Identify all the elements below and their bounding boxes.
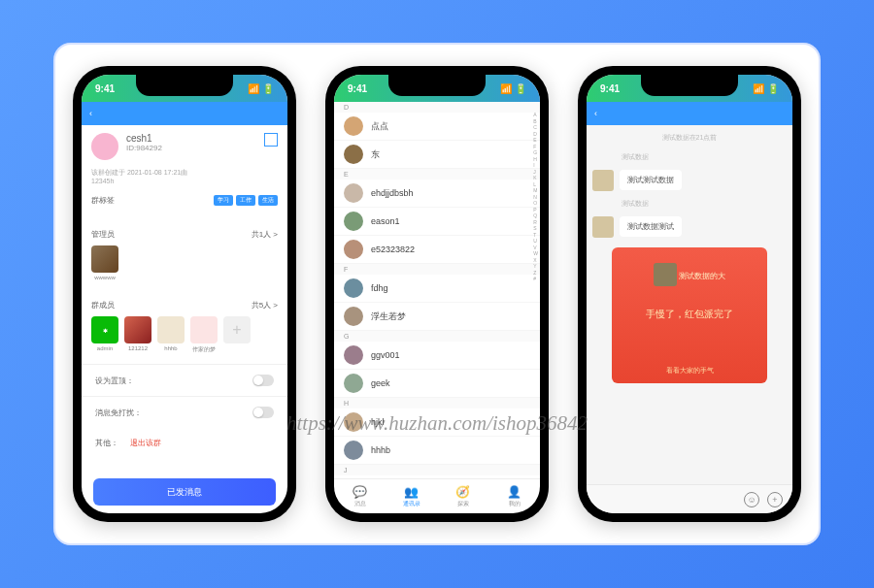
contact-row[interactable]: fdhg [334, 275, 540, 303]
contact-avatar [344, 212, 363, 231]
contact-name: hhhb [371, 445, 390, 455]
contact-name: geek [371, 378, 390, 388]
back-icon[interactable]: ‹ [594, 109, 597, 118]
qrcode-icon[interactable] [264, 133, 278, 147]
status-time: 9:41 [95, 83, 115, 94]
group-name: cesh1 [126, 133, 256, 144]
admin-label: 管理员 [91, 229, 115, 240]
exit-group-button[interactable]: 退出该群 [130, 439, 161, 447]
screen-3: 9:41 📶 🔋 ‹ 测试数据在21点前 测试数据 测试测试数据 测试数据 测试… [587, 75, 792, 513]
emoji-icon[interactable]: ☺ [744, 492, 759, 507]
tag[interactable]: 学习 [214, 195, 233, 206]
member[interactable]: ✱admin [91, 316, 118, 354]
contact-avatar [344, 412, 363, 432]
chat-icon: 💬 [353, 485, 367, 499]
contact-avatar [344, 116, 363, 136]
contact-avatar [344, 183, 363, 203]
index-header: J [334, 465, 540, 475]
phone-3: 9:41 📶 🔋 ‹ 测试数据在21点前 测试数据 测试测试数据 测试数据 测试… [578, 66, 801, 522]
contacts-list[interactable]: D点点东Eehdjjdbsbheason1e52323822Ffdhg浮生若梦G… [334, 102, 540, 478]
tab-me[interactable]: 👤我的 [488, 479, 540, 513]
contact-avatar [344, 145, 363, 164]
redpacket-avatar [654, 263, 677, 286]
mute-row[interactable]: 消息免打扰： [82, 396, 287, 428]
red-packet[interactable]: 测试数据的大 手慢了，红包派完了 看看大家的手气 [612, 247, 767, 383]
message-bubble[interactable]: 测试数据测试 [620, 216, 682, 237]
user-icon: 👤 [507, 485, 521, 499]
contact-avatar [344, 307, 363, 326]
index-header: D [334, 102, 540, 113]
chat-message: 测试数据测试 [592, 216, 787, 238]
member[interactable]: 作家的梦 [190, 316, 218, 354]
group-desc: 该群创建于 2021-01-08 17:21由 [82, 168, 287, 177]
index-header: E [334, 169, 540, 180]
group-tags: 学习 工作 生活 [214, 195, 278, 206]
group-id: ID:984292 [126, 144, 256, 152]
add-member-button[interactable]: + [223, 316, 251, 354]
message-bubble[interactable]: 测试测试数据 [620, 170, 682, 190]
plus-icon[interactable]: + [767, 492, 783, 507]
chat-message: 测试测试数据 [592, 170, 787, 191]
index-header: H [334, 398, 540, 408]
contact-avatar [344, 345, 363, 365]
contact-row[interactable]: ggv001 [334, 342, 540, 370]
statusbar: 9:41 📶 🔋 [587, 75, 792, 102]
contact-row[interactable]: geek [334, 370, 540, 398]
redpacket-footer[interactable]: 看看大家的手气 [622, 360, 757, 376]
avatar[interactable] [592, 216, 614, 238]
alpha-index[interactable]: ABCDEFGHIJKLMNOPQRSTUVWXYZ# [533, 112, 538, 282]
contact-avatar [344, 240, 363, 259]
contact-row[interactable]: jsjsj [334, 475, 540, 478]
chat-sender-name: 测试数据 [592, 150, 787, 164]
phone-2: 9:41 📶 🔋 D点点东Eehdjjdbsbheason1e52323822F… [325, 66, 549, 522]
contact-row[interactable]: hhhb [334, 437, 540, 465]
screen-1: 9:41 📶 🔋 ‹ cesh1 ID:984292 该群创建于 2021-01… [82, 75, 287, 513]
contact-row[interactable]: eason1 [334, 208, 540, 236]
contact-name: eason1 [371, 216, 400, 226]
admin-count[interactable]: 共1人 > [252, 229, 278, 240]
contact-name: e52323822 [371, 245, 415, 254]
screen-2: 9:41 📶 🔋 D点点东Eehdjjdbsbheason1e52323822F… [334, 75, 540, 513]
contact-avatar [344, 441, 363, 460]
avatar[interactable] [592, 170, 614, 191]
contact-name: ehdjjdbsbh [371, 188, 414, 198]
chat-sender-name: 测试数据 [592, 197, 787, 211]
contact-row[interactable]: 点点 [334, 113, 540, 141]
status-time: 9:41 [600, 83, 620, 94]
index-header: G [334, 331, 540, 342]
chat-header-text: 测试数据在21点前 [592, 131, 787, 145]
status-icons: 📶 🔋 [753, 83, 779, 94]
contact-row[interactable]: ehdjjdbsbh [334, 180, 540, 208]
tab-contacts[interactable]: 👥通讯录 [386, 479, 437, 513]
member[interactable]: 121212 [124, 316, 151, 354]
contact-name: fdhg [371, 283, 388, 293]
group-detail: cesh1 ID:984292 该群创建于 2021-01-08 17:21由 … [82, 125, 287, 478]
set-top-toggle[interactable] [252, 375, 274, 386]
contact-row[interactable]: hjkl [334, 408, 540, 437]
contacts-icon: 👥 [404, 485, 419, 499]
member[interactable]: hhhb [157, 316, 185, 354]
phone-1: 9:41 📶 🔋 ‹ cesh1 ID:984292 该群创建于 2021-01… [73, 66, 296, 522]
set-top-row[interactable]: 设为置顶： [82, 364, 287, 396]
contact-row[interactable]: 浮生若梦 [334, 303, 540, 331]
members-count[interactable]: 共5人 > [252, 300, 278, 310]
navbar: ‹ [587, 102, 792, 125]
back-icon[interactable]: ‹ [89, 109, 92, 118]
contact-name: 东 [371, 148, 380, 161]
chat-view: 测试数据在21点前 测试数据 测试测试数据 测试数据 测试数据测试 测试数据的大… [587, 125, 792, 484]
contact-row[interactable]: e52323822 [334, 236, 540, 264]
send-message-button[interactable]: 已发消息 [93, 478, 276, 506]
tag[interactable]: 生活 [258, 195, 278, 206]
navbar: ‹ [82, 102, 287, 125]
contact-name: 点点 [371, 120, 388, 133]
tab-messages[interactable]: 💬消息 [334, 479, 386, 513]
mute-toggle[interactable] [252, 407, 274, 418]
group-avatar[interactable] [91, 133, 118, 160]
tab-discover[interactable]: 🧭探索 [437, 479, 488, 513]
tags-label: 群标签 [91, 195, 115, 206]
admin-member[interactable]: wwwww [91, 245, 118, 280]
compass-icon: 🧭 [455, 485, 470, 499]
tag[interactable]: 工作 [236, 195, 255, 206]
contact-row[interactable]: 东 [334, 141, 540, 169]
chat-input-bar[interactable]: ☺ + [587, 484, 792, 513]
